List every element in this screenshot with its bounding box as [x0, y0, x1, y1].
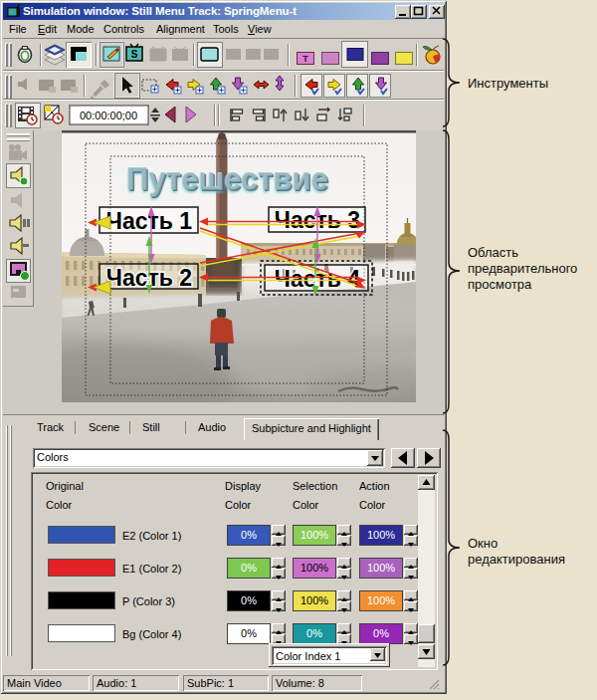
svg-text:Путешествие: Путешествие	[127, 162, 329, 197]
svg-text:00:00:00;00: 00:00:00;00	[80, 110, 137, 121]
svg-text:T: T	[302, 54, 308, 64]
svg-text:S: S	[131, 49, 138, 60]
svg-text:2: 2	[145, 275, 151, 287]
svg-text:4: 4	[311, 276, 318, 288]
